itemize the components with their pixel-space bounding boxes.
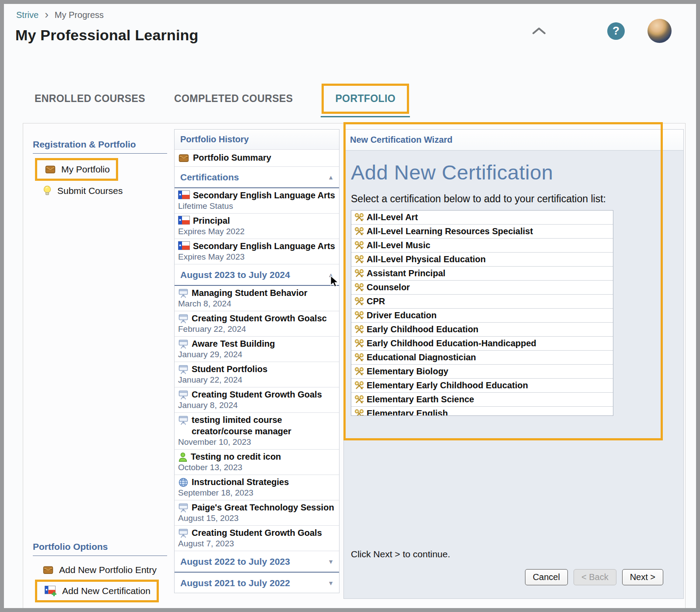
wizard-body: Add New Certification Select a certifica… <box>344 151 683 598</box>
expand-arrow-icon[interactable]: ▼ <box>328 580 334 587</box>
certification-option-label: Counselor <box>367 282 410 292</box>
history-section-header-august-2021-to-july-2022[interactable]: August 2021 to July 2022▼ <box>175 573 339 593</box>
crossed-keys-icon <box>354 408 364 416</box>
crossed-keys-icon <box>354 380 364 391</box>
history-entry[interactable]: Secondary English Language ArtsLifetime … <box>175 188 339 214</box>
history-entry[interactable]: PrincipalExpires May 2022 <box>175 214 339 239</box>
breadcrumb: Strive › My Progress <box>16 10 104 20</box>
next-button[interactable]: Next > <box>622 569 663 585</box>
tab-enrolled-courses[interactable]: ENROLLED COURSES <box>35 93 145 105</box>
certification-option-educational-diagnostician[interactable]: Educational Diagnostician <box>351 351 613 365</box>
history-entry-title-row: Managing Student Behavior <box>178 287 336 299</box>
collapse-arrow-icon[interactable]: ▲ <box>328 271 334 278</box>
crossed-keys-icon <box>354 226 364 237</box>
history-entry-date: October 13, 2023 <box>178 462 336 473</box>
sidebar-item-submit-courses[interactable]: Submit Courses <box>33 181 167 201</box>
certification-option-counselor[interactable]: Counselor <box>351 281 613 295</box>
presentation-icon <box>178 313 189 324</box>
crossed-keys-icon <box>354 394 364 405</box>
history-entry-title-row: Aware Test Building <box>178 338 336 349</box>
history-entry-title: Creating Student Growth Goals <box>192 389 322 400</box>
history-entry[interactable]: Paige's Great Technology SessionAugust 1… <box>175 500 339 526</box>
history-section-title: August 2021 to July 2022 <box>180 578 290 588</box>
tab-completed-courses[interactable]: COMPLETED COURSES <box>174 93 293 105</box>
history-entry-date: August 7, 2023 <box>178 538 336 549</box>
crossed-keys-icon <box>354 240 364 251</box>
history-entry[interactable]: Secondary English Language ArtsExpires M… <box>175 239 339 264</box>
sidebar: Registration & PortfolioMy PortfolioSubm… <box>23 123 174 612</box>
user-avatar[interactable] <box>648 19 672 43</box>
history-entry-title-row: testing limited course creator/course ma… <box>178 414 336 437</box>
certification-option-elementary-biology[interactable]: Elementary Biology <box>351 365 613 379</box>
history-entry[interactable]: Creating Student Growth GoalsAugust 7, 2… <box>175 526 339 551</box>
history-section-header-certifications[interactable]: Certifications▲ <box>175 167 339 188</box>
history-entry[interactable]: Testing no credit iconOctober 13, 2023 <box>175 450 339 475</box>
history-section-header-august-2022-to-july-2023[interactable]: August 2022 to July 2023▼ <box>175 551 339 573</box>
back-button[interactable]: < Back <box>574 569 616 585</box>
certification-option-elementary-earth-science[interactable]: Elementary Earth Science <box>351 393 613 407</box>
wizard-panel-title: New Certification Wizard <box>344 130 683 151</box>
certification-option-label: Educational Diagnostician <box>367 352 476 362</box>
history-entry-date: November 10, 2023 <box>178 437 336 447</box>
history-entry-title: Creating Student Growth Goals <box>192 527 322 538</box>
history-entry-date: January 29, 2024 <box>178 349 336 360</box>
history-section-header-august-2023-to-july-2024[interactable]: August 2023 to July 2024▲ <box>175 264 339 286</box>
texas-flag-add-icon <box>45 586 57 596</box>
expand-arrow-icon[interactable]: ▼ <box>328 558 334 565</box>
history-entry[interactable]: Managing Student BehaviorMarch 8, 2024 <box>175 286 339 311</box>
crossed-keys-icon <box>354 254 364 265</box>
certification-option-elementary-english[interactable]: Elementary English <box>351 407 613 416</box>
presentation-icon <box>178 339 189 349</box>
history-entry-title: Instructional Strategies <box>192 476 289 488</box>
sidebar-item-add-new-certification[interactable]: Add New Certification <box>35 580 159 602</box>
sidebar-section-registration-portfolio: Registration & PortfolioMy PortfolioSubm… <box>33 139 167 201</box>
page-title: My Professional Learning <box>15 27 199 44</box>
presentation-icon <box>178 390 189 400</box>
history-entry-title-row: Testing no credit icon <box>178 451 336 462</box>
portfolio-history-title: Portfolio History <box>175 130 339 150</box>
certification-option-early-childhood-education[interactable]: Early Childhood Education <box>351 323 613 337</box>
history-entry-title: Secondary English Language Arts <box>193 240 335 252</box>
sidebar-item-my-portfolio[interactable]: My Portfolio <box>35 158 118 181</box>
help-icon[interactable]: ? <box>607 22 625 40</box>
presentation-icon <box>178 288 189 299</box>
history-entry-title: Principal <box>193 215 230 226</box>
wizard-footer-note: Click Next > to continue. <box>351 549 672 559</box>
sidebar-item-add-new-portfolio-entry[interactable]: Add New Portfolio Entry <box>33 560 167 580</box>
certification-option-driver-education[interactable]: Driver Education <box>351 309 613 323</box>
collapse-arrow-icon[interactable]: ▲ <box>328 174 334 181</box>
certification-option-elementary-early-childhood-education[interactable]: Elementary Early Childhood Education <box>351 379 613 393</box>
texas-flag-icon <box>178 216 190 225</box>
app-grid-icon[interactable] <box>569 23 584 39</box>
history-section-title: August 2023 to July 2024 <box>180 270 290 280</box>
history-entry[interactable]: Instructional StrategiesSeptember 18, 20… <box>175 475 339 500</box>
breadcrumb-current: My Progress <box>55 10 104 20</box>
tab-portfolio[interactable]: PORTFOLIO <box>322 84 409 114</box>
portfolio-summary-item[interactable]: Portfolio Summary <box>175 150 339 167</box>
history-entry[interactable]: Student PortfoliosJanuary 22, 2024 <box>175 362 339 387</box>
certification-option-all-level-physical-education[interactable]: All-Level Physical Education <box>351 253 613 267</box>
certification-option-all-level-music[interactable]: All-Level Music <box>351 239 613 253</box>
breadcrumb-root-link[interactable]: Strive <box>16 10 38 20</box>
crossed-keys-icon <box>354 352 364 363</box>
sidebar-section-heading: Portfolio Options <box>33 542 167 556</box>
history-entry[interactable]: testing limited course creator/course ma… <box>175 413 339 450</box>
lightbulb-icon <box>42 185 52 197</box>
certification-option-all-level-art[interactable]: All-Level Art <box>351 211 613 225</box>
certification-option-cpr[interactable]: CPR <box>351 295 613 309</box>
certification-option-assistant-principal[interactable]: Assistant Principal <box>351 267 613 281</box>
history-entry-title-row: Student Portfolios <box>178 363 336 375</box>
certification-option-early-childhood-education-handicapped[interactable]: Early Childhood Education-Handicapped <box>351 337 613 351</box>
history-entry[interactable]: Creating Student Growth GoalscFebruary 2… <box>175 311 339 337</box>
history-entry[interactable]: Creating Student Growth GoalsJanuary 8, … <box>175 387 339 413</box>
history-entry-title-row: Secondary English Language Arts <box>178 240 336 252</box>
person-icon <box>178 452 188 462</box>
collapse-chevron-up-icon[interactable] <box>532 27 546 35</box>
crossed-keys-icon <box>354 324 364 335</box>
cancel-button[interactable]: Cancel <box>525 569 568 585</box>
certification-option-all-level-learning-resources-specialist[interactable]: All-Level Learning Resources Specialist <box>351 225 613 239</box>
history-entry[interactable]: Aware Test BuildingJanuary 29, 2024 <box>175 337 339 362</box>
wizard-footer: Click Next > to continue. Cancel< BackNe… <box>351 549 672 585</box>
tabs: ENROLLED COURSESCOMPLETED COURSESPORTFOL… <box>35 84 409 114</box>
crossed-keys-icon <box>354 338 364 349</box>
